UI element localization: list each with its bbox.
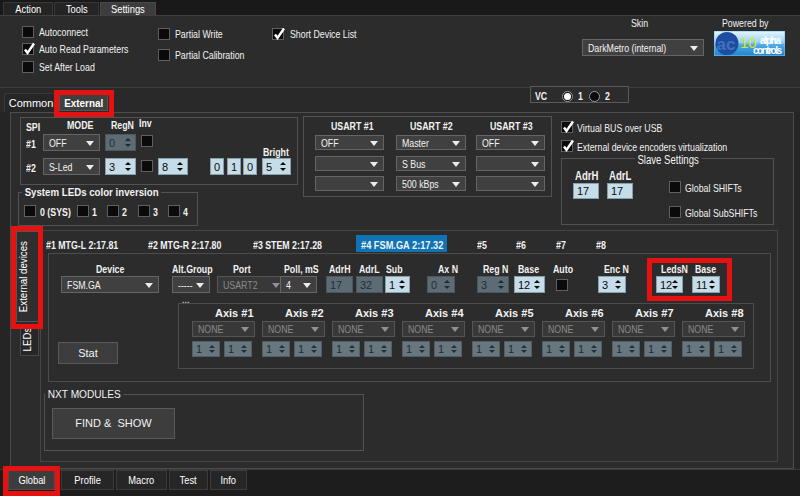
svg-text:controls: controls: [753, 45, 782, 56]
svg-text:ac: ac: [717, 35, 736, 54]
